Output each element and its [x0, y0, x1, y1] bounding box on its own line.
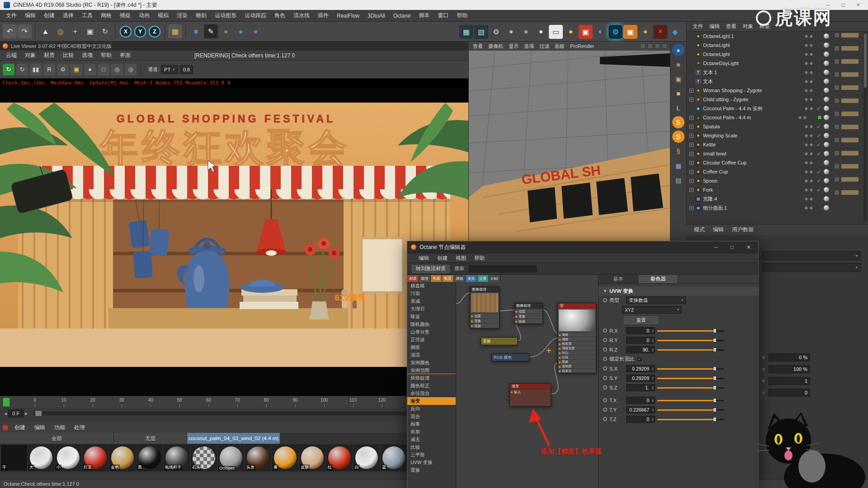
- visibility-dots[interactable]: [805, 98, 814, 101]
- layer-toggle-icon[interactable]: [834, 46, 840, 51]
- node-tab-生成[interactable]: 生成: [431, 275, 443, 282]
- frame-step-forward-icon[interactable]: ▶: [24, 412, 29, 416]
- expander-icon[interactable]: +: [689, 116, 693, 120]
- visibility-dots[interactable]: [805, 53, 814, 56]
- frame-step-back-icon[interactable]: ◀: [3, 412, 8, 416]
- material-大[interactable]: 大: [28, 445, 54, 471]
- node-category-棋盘格[interactable]: 棋盘格: [407, 282, 456, 290]
- cube-tan-icon[interactable]: ■: [672, 87, 684, 99]
- timeline-start-marker[interactable]: [3, 398, 10, 407]
- layer-toggle-icon[interactable]: [834, 177, 840, 182]
- visibility-dot-render[interactable]: [810, 143, 813, 146]
- visibility-dots[interactable]: [805, 134, 814, 137]
- layer-toggle-icon[interactable]: [834, 150, 840, 156]
- modeling-cube-icon[interactable]: ■: [189, 24, 203, 38]
- lv-reset-button[interactable]: R: [43, 64, 55, 75]
- layer-shortcut-button[interactable]: [841, 177, 859, 182]
- node-category-实例范围[interactable]: 实例范围: [407, 366, 456, 374]
- nurbs-icon[interactable]: ●: [219, 24, 233, 38]
- visibility-dot-render[interactable]: [810, 98, 813, 101]
- lv-region-icon[interactable]: □: [98, 64, 109, 75]
- material-tag-icon[interactable]: [824, 124, 829, 129]
- material-sphere2-icon[interactable]: ●: [519, 25, 533, 39]
- layer-shortcut-button[interactable]: [841, 150, 859, 156]
- env-sphere-icon[interactable]: ●: [534, 25, 548, 39]
- visibility-dots[interactable]: [805, 152, 814, 155]
- layer-toggle-icon[interactable]: [834, 137, 840, 143]
- visibility-dot-render[interactable]: [810, 125, 813, 128]
- visibility-dot-editor[interactable]: [805, 98, 808, 101]
- layer-shortcut-button[interactable]: [841, 124, 859, 130]
- spin-down-icon[interactable]: ▼: [652, 350, 654, 352]
- layer-shortcut-button[interactable]: [841, 72, 859, 77]
- material-tag-icon[interactable]: [824, 196, 829, 202]
- node-category-噪波[interactable]: 噪波: [407, 313, 456, 320]
- layer-toggle-icon[interactable]: [834, 98, 840, 103]
- visibility-dot-render[interactable]: [810, 62, 813, 65]
- expander-icon[interactable]: +: [689, 179, 693, 183]
- visibility-dot-editor[interactable]: [805, 197, 808, 201]
- lock-aspect-checkbox[interactable]: ✓: [637, 356, 642, 362]
- inspector-tab-基本[interactable]: 基本: [599, 275, 638, 283]
- menubar-item-网格[interactable]: 网格: [97, 12, 116, 19]
- goto-active-material-button[interactable]: 转到激活材质: [412, 265, 450, 273]
- node-graph-canvas[interactable]: 图像纹理强度变换投射图像纹理强度变换投射变换RGB 颜色渐变输入字漫射镜面粗糙度…: [456, 275, 598, 488]
- minimize-button[interactable]: ─: [714, 244, 718, 250]
- live-viewer-menu-帮助[interactable]: 帮助: [97, 52, 116, 59]
- field-slider[interactable]: [657, 398, 724, 403]
- visibility-dots[interactable]: [805, 188, 814, 192]
- material-灯罩[interactable]: 灯罩: [82, 445, 108, 471]
- field-slider[interactable]: [657, 347, 724, 352]
- material-menu-创建[interactable]: 创建: [10, 424, 29, 432]
- layer-shortcut-button[interactable]: [841, 164, 859, 169]
- xyz-dropdown[interactable]: XYZ▾: [622, 306, 682, 314]
- spin-down-icon[interactable]: ▼: [652, 419, 654, 421]
- node-category-三平面[interactable]: 三平面: [407, 451, 456, 459]
- octane-ball-icon[interactable]: ●: [638, 25, 652, 39]
- material-tag-icon[interactable]: [824, 70, 829, 75]
- timeline-slider-handle[interactable]: [35, 410, 42, 417]
- visibility-dot-render[interactable]: [810, 206, 813, 210]
- menubar-item-角色[interactable]: 角色: [270, 12, 289, 19]
- visibility-dot-editor[interactable]: [805, 188, 808, 192]
- render-region-icon[interactable]: ▧: [474, 25, 488, 39]
- menubar-item-运动跟踪[interactable]: 运动跟踪: [241, 12, 270, 19]
- slider-handle[interactable]: [713, 328, 717, 333]
- visibility-dot-render[interactable]: [810, 134, 813, 137]
- visibility-dot-editor[interactable]: [805, 179, 808, 183]
- field-slider[interactable]: [657, 328, 724, 333]
- field-value-input[interactable]: 0▲▼: [626, 327, 655, 334]
- visibility-dot-render[interactable]: [810, 188, 813, 192]
- visibility-dots[interactable]: [805, 206, 814, 210]
- visibility-dot-editor[interactable]: [805, 44, 808, 47]
- lv-picker-icon[interactable]: ◎: [111, 64, 123, 75]
- field-slider[interactable]: [657, 366, 724, 371]
- lv-restart-icon[interactable]: ↻: [16, 64, 28, 75]
- viewport-toggle-icon[interactable]: [655, 43, 660, 49]
- slider-handle[interactable]: [713, 376, 717, 380]
- visibility-dot-editor[interactable]: [805, 161, 808, 164]
- cursor-tool-icon[interactable]: ▲: [38, 24, 52, 38]
- material-tag-icon[interactable]: [824, 169, 829, 174]
- visibility-dot-editor[interactable]: [798, 116, 802, 119]
- move-tool-icon[interactable]: +: [68, 24, 82, 38]
- menubar-item-创建[interactable]: 创建: [40, 12, 59, 19]
- visibility-dots[interactable]: [805, 125, 814, 128]
- reset-button[interactable]: 重置: [624, 316, 658, 324]
- node-editor-menu-编辑[interactable]: 编辑: [415, 255, 433, 262]
- object-row[interactable]: ▦克隆.4: [687, 194, 868, 203]
- sphere-orange-icon[interactable]: S: [672, 116, 684, 128]
- node-editor-menu-创建[interactable]: 创建: [433, 255, 452, 262]
- attribute-field-value[interactable]: 100 %: [769, 365, 810, 373]
- object-manager-menu-对象[interactable]: 对象: [740, 23, 756, 30]
- timeline-slider[interactable]: [33, 412, 440, 415]
- viewport-toggle-icon[interactable]: [640, 43, 646, 49]
- menubar-item-流水线[interactable]: 流水线: [289, 12, 314, 19]
- menubar-item-编辑[interactable]: 编辑: [21, 12, 40, 19]
- field-slider[interactable]: [657, 417, 724, 422]
- material-tag-icon[interactable]: [824, 61, 829, 66]
- visibility-dot-editor[interactable]: [805, 107, 808, 110]
- slider-handle[interactable]: [713, 347, 717, 352]
- field-slider[interactable]: [657, 338, 724, 343]
- attribute-tab-用户数据[interactable]: 用户数据: [728, 226, 758, 234]
